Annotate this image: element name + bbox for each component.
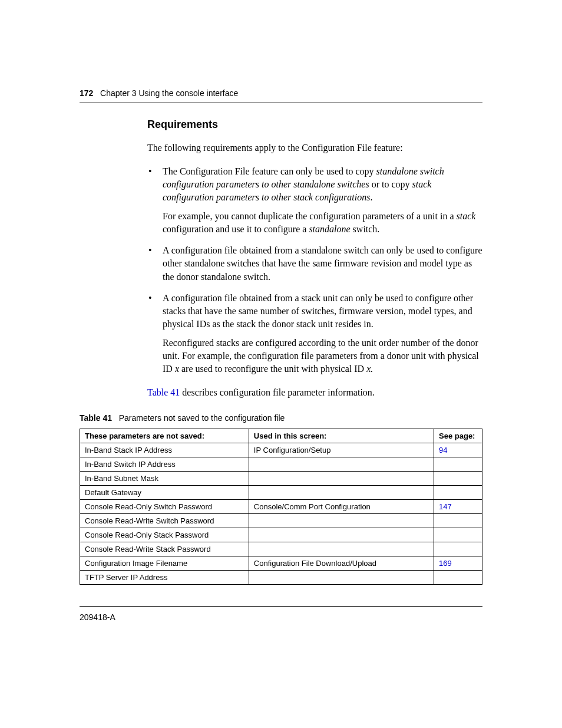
table-cell: Console Read-Write Switch Password bbox=[80, 514, 249, 528]
text: A configuration file obtained from a sta… bbox=[163, 293, 473, 329]
table-cell: Configuration File Download/Upload bbox=[249, 556, 434, 571]
table-cell: In-Band Switch IP Address bbox=[80, 457, 249, 472]
chapter-title: Chapter 3 Using the console interface bbox=[100, 88, 238, 98]
table-row: In-Band Switch IP Address bbox=[80, 457, 482, 472]
table-cell bbox=[249, 457, 434, 472]
table-body: In-Band Stack IP AddressIP Configuration… bbox=[80, 443, 482, 585]
table-cell: TFTP Server IP Address bbox=[80, 571, 249, 585]
table-cell: In-Band Stack IP Address bbox=[80, 443, 249, 457]
column-header: Used in this screen: bbox=[249, 429, 434, 443]
table-cell: In-Band Subnet Mask bbox=[80, 472, 249, 486]
table-cell bbox=[434, 528, 482, 542]
table-cell: Default Gateway bbox=[80, 486, 249, 500]
table-row: TFTP Server IP Address bbox=[80, 571, 482, 585]
table-caption: Table 41 Parameters not saved to the con… bbox=[80, 413, 482, 423]
table-row: In-Band Stack IP AddressIP Configuration… bbox=[80, 443, 482, 457]
sub-paragraph: Reconfigured stacks are configured accor… bbox=[163, 337, 482, 375]
text: or to copy bbox=[369, 179, 412, 189]
table-cell bbox=[249, 528, 434, 542]
table-cell: Configuration Image Filename bbox=[80, 556, 249, 571]
table-row: Default Gateway bbox=[80, 486, 482, 500]
column-header: See page: bbox=[434, 429, 482, 443]
table-cell bbox=[434, 514, 482, 528]
table-cell: Console Read-Only Switch Password bbox=[80, 500, 249, 514]
table-label: Table 41 bbox=[80, 413, 112, 423]
table-header-row: These parameters are not saved: Used in … bbox=[80, 429, 482, 443]
table-cell: Console Read-Write Stack Password bbox=[80, 542, 249, 556]
table-cell: Console/Comm Port Configuration bbox=[249, 500, 434, 514]
table-cell bbox=[434, 457, 482, 472]
table-cell bbox=[249, 472, 434, 486]
intro-paragraph: The following requirements apply to the … bbox=[147, 143, 482, 153]
text-italic: x. bbox=[366, 364, 373, 374]
table-cell bbox=[249, 571, 434, 585]
column-header: These parameters are not saved: bbox=[80, 429, 249, 443]
text: switch. bbox=[351, 224, 380, 234]
section-heading: Requirements bbox=[147, 118, 482, 131]
page-header: 172 Chapter 3 Using the console interfac… bbox=[80, 88, 482, 103]
text: A configuration file obtained from a sta… bbox=[163, 245, 482, 281]
page-ref-link[interactable]: 147 bbox=[439, 502, 452, 511]
text-italic: standalone bbox=[309, 224, 350, 234]
list-item: A configuration file obtained from a sta… bbox=[147, 292, 482, 375]
table-cell bbox=[434, 542, 482, 556]
table-cell bbox=[434, 472, 482, 486]
document-page: 172 Chapter 3 Using the console interfac… bbox=[0, 0, 562, 728]
table-cell bbox=[434, 571, 482, 585]
table-cell: 94 bbox=[434, 443, 482, 457]
table-row: In-Band Subnet Mask bbox=[80, 472, 482, 486]
page-footer: 209418-A bbox=[80, 606, 482, 622]
table-cell bbox=[249, 486, 434, 500]
text: . bbox=[370, 192, 372, 202]
table-cell: 169 bbox=[434, 556, 482, 571]
table-cell bbox=[249, 514, 434, 528]
table-row: Console Read-Write Stack Password bbox=[80, 542, 482, 556]
text: are used to reconfigure the unit with ph… bbox=[179, 364, 366, 374]
text-italic: x bbox=[175, 364, 179, 374]
table-cross-ref-link[interactable]: Table 41 bbox=[147, 387, 180, 397]
text: configuration and use it to configure a bbox=[163, 224, 309, 234]
list-item: The Configuration File feature can only … bbox=[147, 165, 482, 236]
table-cell: Console Read-Only Stack Password bbox=[80, 528, 249, 542]
table-row: Console Read-Only Stack Password bbox=[80, 528, 482, 542]
requirements-list: The Configuration File feature can only … bbox=[147, 165, 482, 375]
table-row: Configuration Image FilenameConfiguratio… bbox=[80, 556, 482, 571]
table-row: Console Read-Only Switch PasswordConsole… bbox=[80, 500, 482, 514]
parameters-table: These parameters are not saved: Used in … bbox=[80, 429, 482, 585]
page-number: 172 bbox=[80, 88, 93, 98]
table-row: Console Read-Write Switch Password bbox=[80, 514, 482, 528]
table-cell bbox=[249, 542, 434, 556]
document-id: 209418-A bbox=[80, 612, 115, 622]
page-ref-link[interactable]: 169 bbox=[439, 559, 452, 568]
text: describes configuration file parameter i… bbox=[180, 387, 375, 397]
table-reference-paragraph: Table 41 describes configuration file pa… bbox=[147, 387, 482, 398]
table-title: Parameters not saved to the configuratio… bbox=[119, 413, 285, 423]
text-italic: stack bbox=[457, 211, 476, 221]
text: The Configuration File feature can only … bbox=[163, 166, 376, 176]
sub-paragraph: For example, you cannot duplicate the co… bbox=[163, 210, 482, 236]
page-ref-link[interactable]: 94 bbox=[439, 446, 447, 454]
table-cell: IP Configuration/Setup bbox=[249, 443, 434, 457]
table-cell: 147 bbox=[434, 500, 482, 514]
table-cell bbox=[434, 486, 482, 500]
list-item: A configuration file obtained from a sta… bbox=[147, 244, 482, 283]
text: For example, you cannot duplicate the co… bbox=[163, 211, 457, 221]
